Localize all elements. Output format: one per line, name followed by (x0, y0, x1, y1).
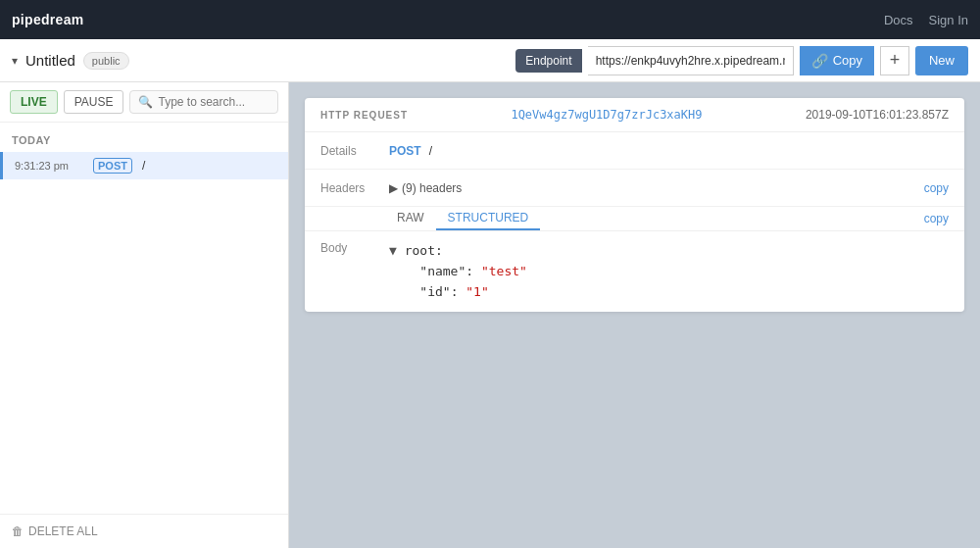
details-row: Details POST / (305, 132, 964, 170)
brand-logo: pipedream (12, 12, 84, 27)
sidebar: LIVE PAUSE 🔍 Today 9:31:23 pm POST / 🗑 D… (0, 82, 289, 548)
request-card-header: HTTP REQUEST 1QeVw4gz7wgU1D7g7zrJc3xaKH9… (305, 98, 964, 132)
copy-button[interactable]: 🔗 Copy (800, 46, 874, 75)
top-nav: pipedream Docs Sign In (0, 0, 980, 39)
sub-nav-right: Endpoint 🔗 Copy + New (515, 46, 968, 75)
json-id-key: "id" (419, 284, 450, 299)
search-input[interactable] (158, 95, 270, 109)
details-method-badge: POST (389, 144, 421, 158)
headers-toggle[interactable]: ▶ (9) headers (389, 181, 462, 195)
sub-nav-left: ▾ Untitled public (12, 52, 129, 70)
top-nav-right: Docs Sign In (884, 13, 968, 27)
delete-all-button[interactable]: 🗑 DELETE ALL (12, 524, 98, 538)
live-button[interactable]: LIVE (10, 90, 58, 114)
sidebar-footer: 🗑 DELETE ALL (0, 514, 288, 548)
sidebar-content: Today 9:31:23 pm POST / (0, 123, 288, 514)
body-label: Body (320, 241, 347, 255)
request-id: 1QeVw4gz7wgU1D7g7zrJc3xaKH9 (511, 108, 702, 122)
list-item[interactable]: 9:31:23 pm POST / (0, 152, 288, 179)
sidebar-toolbar: LIVE PAUSE 🔍 (0, 82, 288, 123)
link-icon: 🔗 (811, 53, 828, 69)
body-content: ▼ root: "name": "test" "id": "1" (305, 231, 964, 312)
sub-nav: ▾ Untitled public Endpoint 🔗 Copy + New (0, 39, 980, 82)
trash-icon: 🗑 (12, 524, 24, 538)
search-box: 🔍 (129, 90, 278, 114)
main-layout: LIVE PAUSE 🔍 Today 9:31:23 pm POST / 🗑 D… (0, 82, 980, 548)
signin-link[interactable]: Sign In (929, 13, 968, 27)
chevron-down-icon[interactable]: ▾ (12, 54, 18, 68)
workflow-title: Untitled (25, 52, 75, 69)
docs-link[interactable]: Docs (884, 13, 913, 27)
pause-button[interactable]: PAUSE (64, 90, 124, 114)
request-card: HTTP REQUEST 1QeVw4gz7wgU1D7g7zrJc3xaKH9… (305, 98, 964, 312)
event-method-badge: POST (93, 158, 132, 174)
details-label: Details (320, 144, 389, 158)
tab-raw[interactable]: RAW (385, 207, 436, 230)
endpoint-url-input[interactable] (588, 46, 794, 75)
search-icon: 🔍 (138, 95, 153, 109)
visibility-badge: public (83, 52, 129, 70)
new-button[interactable]: New (915, 46, 968, 75)
headers-row: Headers ▶ (9) headers copy (305, 170, 964, 207)
details-content: POST / (389, 144, 949, 158)
event-path: / (142, 159, 145, 173)
triangle-icon: ▶ (389, 181, 398, 195)
tab-structured[interactable]: STRUCTURED (436, 207, 541, 230)
body-tabs-container: RAW STRUCTURED (373, 207, 540, 230)
http-request-label: HTTP REQUEST (320, 110, 408, 121)
body-row-wrapper: Body ▼ root: "name": "test" "id": "1" (305, 231, 964, 312)
body-tab-bar: RAW STRUCTURED copy (305, 207, 964, 231)
event-time: 9:31:23 pm (15, 160, 83, 172)
endpoint-label: Endpoint (515, 49, 581, 73)
top-nav-left: pipedream (12, 12, 84, 27)
add-icon-button[interactable]: + (880, 46, 909, 75)
headers-copy-link[interactable]: copy (924, 181, 949, 195)
body-copy-link[interactable]: copy (924, 212, 949, 225)
headers-label: Headers (320, 181, 389, 195)
sidebar-section-label: Today (0, 130, 288, 152)
json-id-value: "1" (466, 284, 488, 299)
json-collapse-icon[interactable]: ▼ (389, 243, 405, 258)
headers-content: ▶ (9) headers copy (389, 181, 949, 195)
request-timestamp: 2019-09-10T16:01:23.857Z (806, 108, 949, 122)
details-path: / (429, 144, 432, 158)
request-panel: HTTP REQUEST 1QeVw4gz7wgU1D7g7zrJc3xaKH9… (289, 82, 980, 548)
json-root-key: root: (405, 243, 443, 258)
json-name-key: "name" (419, 264, 466, 278)
json-name-value: "test" (481, 264, 527, 278)
